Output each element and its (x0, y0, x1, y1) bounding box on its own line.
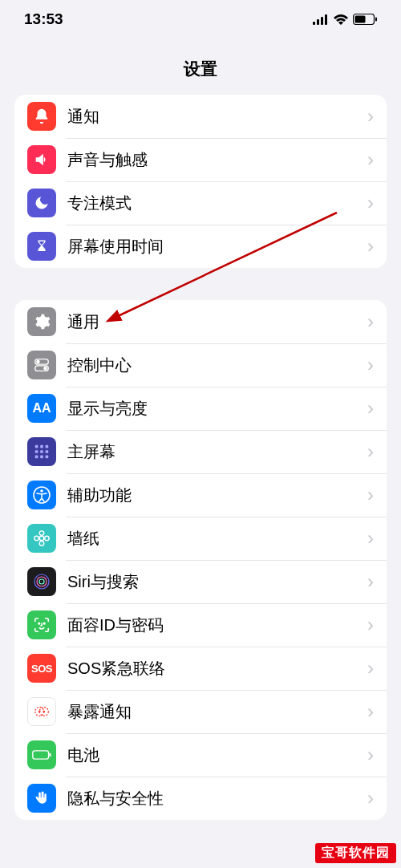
row-label: 控制中心 (67, 355, 367, 376)
signal-icon (313, 14, 329, 25)
row-label: 主屏幕 (67, 441, 367, 463)
svg-rect-0 (313, 22, 315, 25)
hourglass-icon (27, 232, 56, 261)
row-siri[interactable]: Siri与搜索 › (14, 560, 387, 603)
wifi-icon (334, 14, 348, 25)
svg-point-21 (40, 489, 43, 493)
svg-rect-2 (321, 17, 323, 25)
svg-rect-17 (35, 456, 38, 459)
chevron-right-icon: › (367, 570, 374, 593)
grid-icon (27, 437, 56, 466)
row-label: 墙纸 (67, 528, 367, 550)
row-general[interactable]: 通用 › (14, 300, 387, 343)
row-label: 专注模式 (67, 193, 367, 214)
chevron-right-icon: › (367, 440, 374, 463)
chevron-right-icon: › (367, 787, 374, 809)
svg-rect-19 (46, 456, 49, 459)
flower-icon (27, 524, 56, 553)
row-notifications[interactable]: 通知 › (14, 95, 387, 138)
row-privacy[interactable]: 隐私与安全性 › (14, 777, 387, 820)
bell-icon (27, 102, 56, 131)
svg-point-24 (39, 541, 44, 546)
chevron-right-icon: › (367, 105, 374, 128)
svg-point-35 (43, 711, 45, 713)
sos-icon: SOS (27, 654, 56, 683)
svg-point-23 (39, 531, 44, 536)
speaker-icon (27, 145, 56, 174)
row-label: 隐私与安全性 (67, 788, 367, 809)
svg-rect-11 (35, 445, 38, 448)
svg-point-26 (45, 536, 49, 541)
switches-icon (27, 351, 56, 379)
settings-group-2: 通用 › 控制中心 › AA 显示与亮度 › 主屏幕 › 辅助功能 › 墙纸 › (14, 300, 387, 820)
row-exposure[interactable]: 暴露通知 › (14, 690, 387, 733)
row-wallpaper[interactable]: 墙纸 › (14, 517, 387, 560)
row-battery[interactable]: 电池 › (14, 733, 387, 777)
svg-rect-12 (40, 445, 43, 448)
svg-rect-13 (46, 445, 49, 448)
row-label: 通用 (67, 311, 367, 333)
svg-rect-5 (355, 16, 366, 23)
chevron-right-icon: › (367, 192, 374, 214)
status-time: 13:53 (24, 10, 63, 28)
row-focus[interactable]: 专注模式 › (14, 181, 387, 225)
svg-rect-3 (325, 14, 327, 25)
svg-rect-18 (40, 456, 43, 459)
row-accessibility[interactable]: 辅助功能 › (14, 473, 387, 517)
svg-rect-16 (46, 450, 49, 453)
exposure-icon (27, 697, 56, 726)
row-label: 辅助功能 (67, 485, 367, 506)
chevron-right-icon: › (367, 235, 374, 258)
chevron-right-icon: › (367, 397, 374, 420)
svg-point-31 (43, 623, 44, 623)
battery-icon (353, 14, 377, 25)
chevron-right-icon: › (367, 484, 374, 506)
hand-icon (27, 784, 56, 813)
row-label: 显示与亮度 (67, 398, 367, 420)
aa-icon: AA (27, 394, 56, 423)
chevron-right-icon: › (367, 148, 374, 171)
svg-point-28 (37, 577, 47, 586)
row-display[interactable]: AA 显示与亮度 › (14, 387, 387, 430)
svg-rect-15 (40, 450, 43, 453)
chevron-right-icon: › (367, 527, 374, 550)
svg-point-10 (43, 367, 47, 371)
svg-rect-1 (317, 19, 319, 25)
row-label: 屏幕使用时间 (67, 236, 367, 258)
svg-rect-14 (35, 450, 38, 453)
row-label: 面容ID与密码 (67, 614, 367, 636)
page-title: 设置 (0, 39, 401, 95)
svg-point-30 (38, 623, 39, 623)
svg-rect-36 (33, 751, 49, 759)
row-control-center[interactable]: 控制中心 › (14, 343, 387, 387)
row-sos[interactable]: SOS SOS紧急联络 › (14, 647, 387, 690)
chevron-right-icon: › (367, 354, 374, 376)
faceid-icon (27, 610, 56, 639)
moon-icon (27, 189, 56, 217)
chevron-right-icon: › (367, 700, 374, 723)
battery-row-icon (27, 740, 56, 769)
status-icons (313, 14, 377, 25)
svg-rect-37 (49, 753, 51, 756)
watermark: 宝哥软件园 (315, 843, 396, 863)
person-circle-icon (27, 481, 56, 509)
row-label: 声音与触感 (67, 149, 367, 171)
svg-point-29 (39, 579, 44, 584)
gear-icon (27, 307, 56, 336)
chevron-right-icon: › (367, 744, 374, 766)
row-label: Siri与搜索 (67, 571, 367, 593)
svg-point-8 (36, 360, 40, 364)
row-label: 通知 (67, 106, 367, 128)
row-label: SOS紧急联络 (67, 658, 367, 679)
row-faceid[interactable]: 面容ID与密码 › (14, 603, 387, 647)
row-screentime[interactable]: 屏幕使用时间 › (14, 225, 387, 268)
row-label: 电池 (67, 744, 367, 766)
svg-point-25 (34, 536, 39, 541)
row-home-screen[interactable]: 主屏幕 › (14, 430, 387, 473)
chevron-right-icon: › (367, 614, 374, 636)
chevron-right-icon: › (367, 657, 374, 679)
row-sounds[interactable]: 声音与触感 › (14, 138, 387, 181)
row-label: 暴露通知 (67, 701, 367, 723)
chevron-right-icon: › (367, 310, 374, 333)
svg-rect-6 (375, 18, 377, 22)
